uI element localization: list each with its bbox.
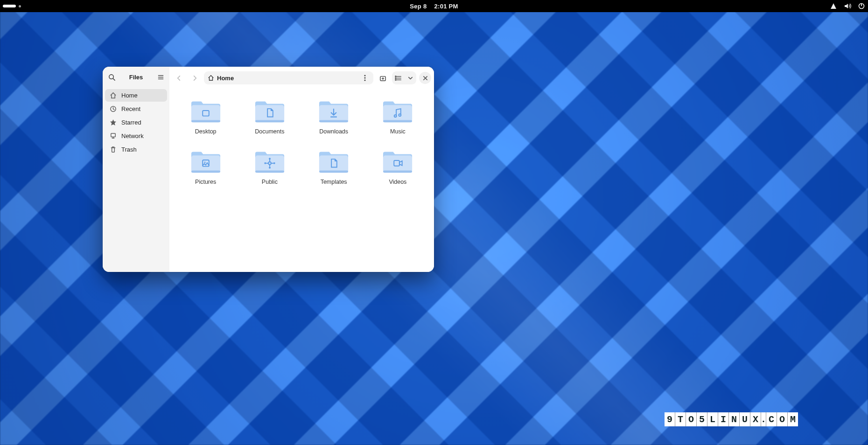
svg-point-12 (364, 77, 365, 78)
close-button[interactable] (419, 72, 431, 84)
files-headerbar: Home (169, 67, 434, 89)
breadcrumb-home[interactable]: Home (208, 75, 234, 82)
folder-label: Templates (321, 179, 347, 185)
sidebar-item-network[interactable]: Network (105, 130, 167, 142)
view-options-button[interactable] (404, 72, 416, 84)
svg-point-49 (269, 158, 271, 160)
folder-icon (190, 97, 221, 125)
system-menu[interactable] (830, 2, 865, 10)
folder-label: Documents (255, 128, 284, 135)
files-sidebar: Files HomeRecentStarredNetworkTrash (103, 67, 169, 272)
network-icon (110, 132, 117, 139)
svg-rect-25 (191, 105, 220, 122)
folder-icon (254, 97, 285, 125)
svg-rect-55 (383, 155, 412, 173)
svg-point-50 (273, 162, 275, 164)
folder-desktop[interactable]: Desktop (176, 94, 235, 138)
svg-rect-34 (383, 105, 412, 122)
svg-rect-56 (383, 170, 412, 173)
files-content: DesktopDocumentsDownloadsMusicPicturesPu… (169, 89, 434, 272)
path-bar[interactable]: Home (204, 71, 373, 84)
sidebar-item-label: Network (121, 132, 144, 139)
svg-rect-8 (111, 133, 115, 137)
folder-templates[interactable]: Templates (304, 144, 364, 188)
back-button[interactable] (172, 71, 185, 84)
svg-rect-26 (191, 120, 220, 122)
folder-label: Videos (389, 179, 406, 185)
sidebar-item-home[interactable]: Home (105, 89, 167, 102)
svg-point-51 (264, 162, 266, 164)
folder-icon (254, 147, 285, 175)
svg-line-3 (113, 78, 115, 80)
sidebar-item-label: Starred (121, 119, 141, 126)
topbar-date: Sep 8 (410, 3, 427, 10)
breadcrumb-label: Home (217, 75, 234, 82)
sidebar-item-trash[interactable]: Trash (105, 143, 167, 156)
folder-label: Downloads (319, 128, 348, 135)
network-status-icon (830, 2, 837, 10)
svg-rect-29 (255, 120, 284, 122)
svg-rect-43 (255, 170, 284, 173)
svg-point-20 (395, 76, 396, 76)
folder-icon (318, 147, 349, 175)
folder-label: Pictures (195, 179, 216, 185)
svg-point-52 (269, 167, 271, 169)
files-main: Home Desktop (169, 67, 434, 272)
folder-icon (190, 147, 221, 175)
topbar-time: 2:01 PM (434, 3, 458, 10)
new-tab-button[interactable] (376, 71, 389, 84)
folder-icon (382, 147, 413, 175)
svg-rect-31 (319, 120, 348, 122)
sidebar-item-recent[interactable]: Recent (105, 103, 167, 115)
folder-label: Desktop (195, 128, 217, 135)
svg-point-22 (395, 79, 396, 80)
sidebar-item-starred[interactable]: Starred (105, 116, 167, 129)
app-title: Files (120, 74, 152, 81)
folder-pictures[interactable]: Pictures (176, 144, 235, 188)
power-icon (858, 2, 865, 10)
svg-point-11 (364, 75, 365, 76)
files-window: Files HomeRecentStarredNetworkTrash Home (103, 67, 434, 272)
svg-rect-39 (191, 170, 220, 173)
star-icon (110, 119, 117, 126)
svg-rect-54 (319, 170, 348, 173)
folder-public[interactable]: Public (240, 144, 299, 188)
clock-button[interactable]: Sep 8 2:01 PM (410, 3, 458, 10)
svg-rect-28 (255, 105, 284, 122)
gnome-top-bar: Sep 8 2:01 PM (0, 0, 868, 12)
folder-downloads[interactable]: Downloads (304, 94, 364, 138)
folder-documents[interactable]: Documents (240, 94, 299, 138)
svg-point-21 (395, 77, 396, 78)
search-button[interactable] (105, 70, 119, 84)
sidebar-menu-button[interactable] (154, 70, 168, 84)
folder-icon (382, 97, 413, 125)
path-bar-menu-button[interactable] (360, 73, 370, 83)
sidebar-item-label: Trash (121, 146, 137, 153)
forward-button[interactable] (188, 71, 201, 84)
svg-rect-38 (191, 155, 220, 173)
folder-label: Music (390, 128, 406, 135)
activities-button[interactable] (3, 5, 16, 7)
volume-icon (844, 2, 851, 10)
folder-icon (318, 97, 349, 125)
watermark: 9TO5LINUX.COM (665, 412, 798, 426)
home-icon (110, 92, 117, 99)
folder-videos[interactable]: Videos (368, 144, 427, 188)
sidebar-item-label: Recent (121, 105, 140, 112)
workspace-indicator[interactable] (19, 5, 21, 7)
svg-rect-35 (383, 120, 412, 122)
recent-icon (110, 105, 117, 112)
svg-point-13 (364, 79, 365, 81)
folder-music[interactable]: Music (368, 94, 427, 138)
svg-rect-53 (319, 155, 348, 173)
sidebar-item-label: Home (121, 92, 138, 99)
svg-point-41 (204, 161, 205, 163)
view-list-button[interactable] (392, 72, 404, 84)
folder-label: Public (262, 179, 278, 185)
trash-icon (110, 146, 117, 153)
